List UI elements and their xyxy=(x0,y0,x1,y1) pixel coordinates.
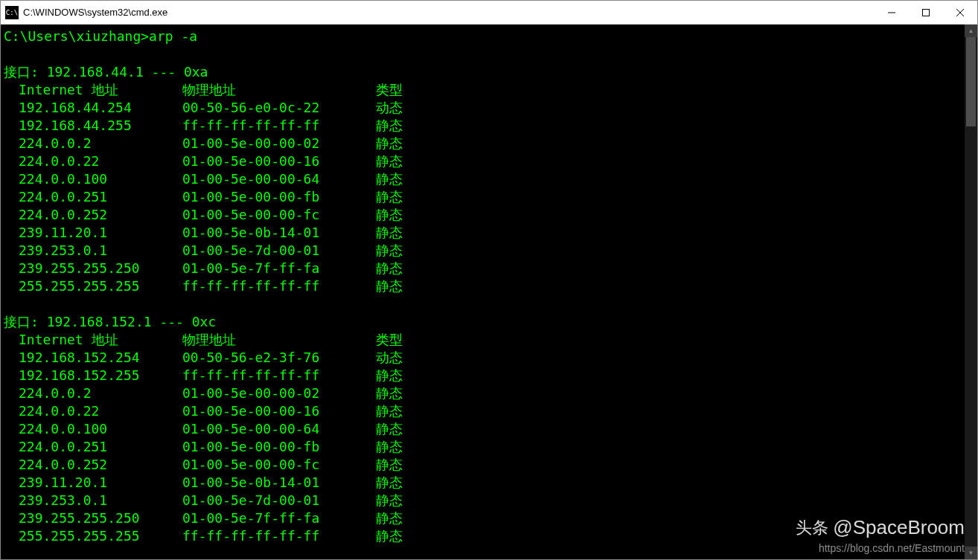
arp-entry-row: 224.0.0.201-00-5e-00-00-02静态 xyxy=(4,135,962,152)
titlebar[interactable]: C:\ C:\WINDOWS\system32\cmd.exe xyxy=(1,1,977,25)
command-prompt-line: C:\Users\xiuzhang>arp -a xyxy=(4,28,962,45)
arp-entry-row: 255.255.255.255ff-ff-ff-ff-ff-ff静态 xyxy=(4,527,962,545)
arp-entry-row: 224.0.0.201-00-5e-00-00-02静态 xyxy=(4,384,962,402)
arp-entry-row: 239.255.255.25001-00-5e-7f-ff-fa静态 xyxy=(4,509,962,527)
terminal-output[interactable]: C:\Users\xiuzhang>arp -a接口: 192.168.44.1… xyxy=(1,25,965,559)
scroll-up-button[interactable]: ▲ xyxy=(965,25,977,37)
arp-entry-row: 224.0.0.25101-00-5e-00-00-fb静态 xyxy=(4,438,962,456)
arp-entry-row: 192.168.44.25400-50-56-e0-0c-22动态 xyxy=(4,99,962,117)
blank-line xyxy=(4,45,962,63)
arp-entry-row: 239.253.0.101-00-5e-7d-00-01静态 xyxy=(4,242,962,260)
blank-line xyxy=(4,295,962,313)
arp-entry-row: 224.0.0.2201-00-5e-00-00-16静态 xyxy=(4,152,962,170)
arp-entry-row: 239.11.20.101-00-5e-0b-14-01静态 xyxy=(4,224,962,242)
arp-entry-row: 224.0.0.10001-00-5e-00-00-64静态 xyxy=(4,420,962,438)
arp-entry-row: 239.255.255.25001-00-5e-7f-ff-fa静态 xyxy=(4,260,962,277)
arp-header-row: Internet 地址物理地址类型 xyxy=(4,81,962,99)
scroll-down-button[interactable]: ▼ xyxy=(965,547,977,559)
arp-entry-row: 192.168.152.255ff-ff-ff-ff-ff-ff静态 xyxy=(4,367,962,384)
arp-entry-row: 224.0.0.25201-00-5e-00-00-fc静态 xyxy=(4,206,962,224)
scroll-track[interactable] xyxy=(965,37,977,547)
terminal-area: C:\Users\xiuzhang>arp -a接口: 192.168.44.1… xyxy=(1,25,977,559)
arp-entry-row: 239.253.0.101-00-5e-7d-00-01静态 xyxy=(4,492,962,509)
interface-header: 接口: 192.168.44.1 --- 0xa xyxy=(4,63,962,81)
cmd-window: C:\ C:\WINDOWS\system32\cmd.exe C:\Users… xyxy=(0,0,978,560)
arp-entry-row: 224.0.0.25201-00-5e-00-00-fc静态 xyxy=(4,456,962,474)
arp-entry-row: 224.0.0.2201-00-5e-00-00-16静态 xyxy=(4,402,962,420)
maximize-button[interactable] xyxy=(909,1,943,25)
minimize-button[interactable] xyxy=(875,1,909,25)
arp-entry-row: 255.255.255.255ff-ff-ff-ff-ff-ff静态 xyxy=(4,277,962,295)
interface-header: 接口: 192.168.152.1 --- 0xc xyxy=(4,313,962,331)
arp-entry-row: 224.0.0.25101-00-5e-00-00-fb静态 xyxy=(4,188,962,206)
arp-entry-row: 224.0.0.10001-00-5e-00-00-64静态 xyxy=(4,170,962,188)
window-title: C:\WINDOWS\system32\cmd.exe xyxy=(23,7,167,18)
arp-header-row: Internet 地址物理地址类型 xyxy=(4,331,962,349)
arp-entry-row: 192.168.152.25400-50-56-e2-3f-76动态 xyxy=(4,349,962,367)
scroll-thumb[interactable] xyxy=(966,37,976,126)
svg-rect-1 xyxy=(923,9,930,16)
cmd-icon: C:\ xyxy=(5,6,19,19)
arp-entry-row: 192.168.44.255ff-ff-ff-ff-ff-ff静态 xyxy=(4,117,962,135)
arp-entry-row: 239.11.20.101-00-5e-0b-14-01静态 xyxy=(4,474,962,492)
close-button[interactable] xyxy=(943,1,977,25)
scrollbar[interactable]: ▲ ▼ xyxy=(965,25,977,559)
